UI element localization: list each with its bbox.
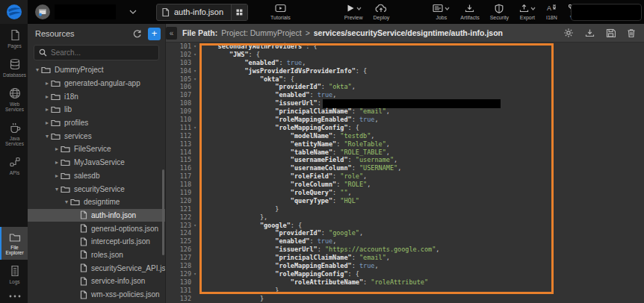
code-line-126[interactable]: 126"issuerUrl": "https://accounts.google… — [166, 246, 644, 254]
code-line-116[interactable]: 116"usernameColumn": "USERNAME", — [166, 164, 644, 172]
search-input[interactable] — [51, 49, 154, 57]
tree-folder-dummyproject[interactable]: ▾DummyProject — [28, 63, 165, 77]
topbar-action-security[interactable]: Security — [490, 0, 509, 20]
topbar-action-export[interactable]: Export — [519, 0, 536, 20]
tree-toggle-arrow-icon[interactable]: ▾ — [34, 66, 41, 73]
code-line-121[interactable]: 121} — [166, 205, 644, 213]
tree-folder-fileservice[interactable]: ▸FileService — [28, 143, 165, 156]
code-line-120[interactable]: 120"queryType": "HQL" — [166, 197, 644, 205]
tree-folder-designtime[interactable]: ▾designtime — [28, 196, 165, 209]
tree-toggle-arrow-icon[interactable]: ▸ — [43, 93, 51, 100]
sidebar-item-java-services[interactable]: Java Services — [0, 116, 28, 151]
tree-folder-myjavaservice[interactable]: ▸MyJavaService — [28, 156, 165, 169]
tree-file-general-options.json[interactable]: general-options.json — [28, 222, 165, 235]
sidebar-item-databases[interactable]: Databases — [0, 53, 28, 82]
code-line-113[interactable]: 113"entityName": "RoleTable", — [166, 140, 644, 149]
code-editor[interactable]: 101▾"secondaryAuthProviders": {102▾"JWS"… — [166, 43, 644, 303]
tree-toggle-arrow-icon[interactable]: ▸ — [53, 159, 61, 166]
tree-toggle-arrow-icon[interactable]: ▸ — [43, 106, 51, 113]
code-line-127[interactable]: 127"principalClaimName": "email", — [166, 254, 644, 262]
app-logo[interactable] — [0, 0, 28, 24]
tree-toggle-arrow-icon[interactable]: ▸ — [53, 146, 61, 152]
fold-arrow-icon[interactable]: ▾ — [191, 270, 199, 278]
sidebar-item-apis[interactable]: APIs — [0, 151, 28, 180]
code-line-118[interactable]: 118"roleColumn": "ROLE", — [166, 181, 644, 189]
tree-toggle-arrow-icon[interactable]: ▸ — [53, 172, 61, 179]
code-line-117[interactable]: 117"roleField": "role", — [166, 172, 644, 181]
tree-toggle-arrow-icon[interactable]: ▾ — [53, 186, 61, 193]
tree-folder-i18n[interactable]: ▸i18n — [28, 90, 165, 103]
topbar-action-preview[interactable]: Preview — [344, 0, 363, 20]
code-line-130[interactable]: 130"roleAttributeName": "roleAttribute" — [166, 278, 644, 287]
code-line-111[interactable]: 111▾"roleMappingConfig": { — [166, 124, 644, 132]
tree-folder-services[interactable]: ▾services — [28, 129, 165, 143]
code-line-107[interactable]: 107"enabled": true, — [166, 91, 644, 99]
code-line-103[interactable]: 103"enabled": true, — [166, 59, 644, 67]
tree-folder-securityservice[interactable]: ▾securityService — [28, 182, 165, 196]
tree-file-securityservice-api.json[interactable]: securityService_API.json — [28, 261, 165, 275]
panel-collapse-button[interactable]: « — [166, 27, 177, 40]
tree-file-roles.json[interactable]: roles.json — [28, 249, 165, 262]
fold-arrow-icon[interactable]: ▾ — [191, 124, 199, 132]
code-line-112[interactable]: 112"modelName": "testdb", — [166, 132, 644, 140]
open-file-tab[interactable]: auth-info.json — [156, 4, 248, 21]
tree-folder-generated-angular-app[interactable]: ▸generated-angular-app — [28, 77, 165, 90]
tree-toggle-arrow-icon[interactable]: ▾ — [43, 133, 51, 140]
project-chevron-down-icon[interactable] — [129, 10, 137, 14]
editor-delete-trash-icon[interactable] — [625, 26, 638, 40]
topbar-action-i18n[interactable]: AI18N — [546, 0, 557, 20]
fold-arrow-icon[interactable]: ▾ — [191, 51, 199, 59]
sidebar-item-more[interactable] — [0, 289, 28, 303]
fold-arrow-icon[interactable]: ▾ — [191, 43, 199, 51]
topbar-action-jobs[interactable]: Jobs — [433, 0, 450, 20]
code-line-104[interactable]: 104▾"jwsProviderIdVsProviderInfo": { — [166, 67, 644, 75]
tree-file-auth-info.json[interactable]: auth-info.json — [28, 209, 165, 222]
code-line-129[interactable]: 129▾"roleMappingConfig": { — [166, 270, 644, 278]
code-line-123[interactable]: 123▾"google": { — [166, 222, 644, 230]
editor-download-icon[interactable] — [583, 26, 596, 40]
panel-scrollbar[interactable] — [162, 169, 164, 255]
code-line-110[interactable]: 110"roleMappingEnabled": true, — [166, 116, 644, 124]
tree-file-wm-xss-policies.json[interactable]: wm-xss-policies.json — [28, 288, 165, 302]
editor-settings-gear-icon[interactable] — [562, 26, 575, 40]
topbar-action-tutorials[interactable]: Tutorials — [270, 0, 291, 20]
code-line-122[interactable]: 122}, — [166, 213, 644, 222]
tree-file-service-info.json[interactable]: service-info.json — [28, 275, 165, 288]
refresh-icon[interactable] — [130, 27, 143, 40]
sidebar-item-web-services[interactable]: Web Services — [0, 82, 28, 116]
code-line-109[interactable]: 109"principalClaimName": "email", — [166, 107, 644, 116]
tree-toggle-arrow-icon[interactable]: ▾ — [63, 199, 70, 205]
sidebar-item-file-explorer[interactable]: File Explorer — [0, 227, 28, 260]
project-chip[interactable] — [35, 4, 116, 19]
tree-file-intercept-urls.json[interactable]: intercept-urls.json — [28, 235, 165, 249]
editor-save-icon[interactable] — [604, 26, 617, 40]
sidebar-item-logs[interactable]: Logs — [0, 260, 28, 289]
tree-toggle-arrow-icon[interactable]: ▸ — [43, 119, 51, 126]
code-line-128[interactable]: 128"roleMappingEnabled": true, — [166, 262, 644, 270]
code-line-119[interactable]: 119"roleQuery": "", — [166, 189, 644, 197]
code-line-105[interactable]: 105▾"okta": { — [166, 75, 644, 84]
code-line-102[interactable]: 102▾"JWS": { — [166, 51, 644, 59]
code-line-108[interactable]: 108"issuerUrl": — [166, 99, 644, 107]
code-line-115[interactable]: 115"usernameField": "username", — [166, 156, 644, 164]
topbar-action-deploy[interactable]: Deploy — [374, 0, 390, 20]
code-line-124[interactable]: 124"providerId": "google", — [166, 229, 644, 237]
resources-search[interactable] — [34, 45, 159, 60]
code-line-132[interactable]: 132} — [166, 295, 644, 303]
sidebar-item-pages[interactable]: Pages — [0, 24, 28, 53]
code-line-114[interactable]: 114"tableName": "ROLE_TABLE", — [166, 149, 644, 157]
add-resource-button[interactable]: + — [148, 28, 161, 40]
code-line-101[interactable]: 101▾"secondaryAuthProviders": { — [166, 43, 644, 51]
tree-folder-lib[interactable]: ▸lib — [28, 103, 165, 116]
tree-toggle-arrow-icon[interactable]: ▸ — [43, 80, 51, 87]
code-line-106[interactable]: 106"providerId": "okta", — [166, 83, 644, 91]
fold-arrow-icon[interactable]: ▾ — [191, 222, 199, 230]
tree-folder-salesdb[interactable]: ▸salesdb — [28, 169, 165, 183]
code-line-125[interactable]: 125"enabled": true, — [166, 237, 644, 246]
topbar-action-artifacts[interactable]: Artifacts — [460, 0, 479, 20]
tab-grid-icon[interactable] — [231, 4, 247, 20]
fold-arrow-icon[interactable]: ▾ — [191, 75, 199, 84]
code-line-131[interactable]: 131} — [166, 287, 644, 295]
tree-folder-profiles[interactable]: ▸profiles — [28, 116, 165, 130]
fold-arrow-icon[interactable]: ▾ — [191, 67, 199, 75]
